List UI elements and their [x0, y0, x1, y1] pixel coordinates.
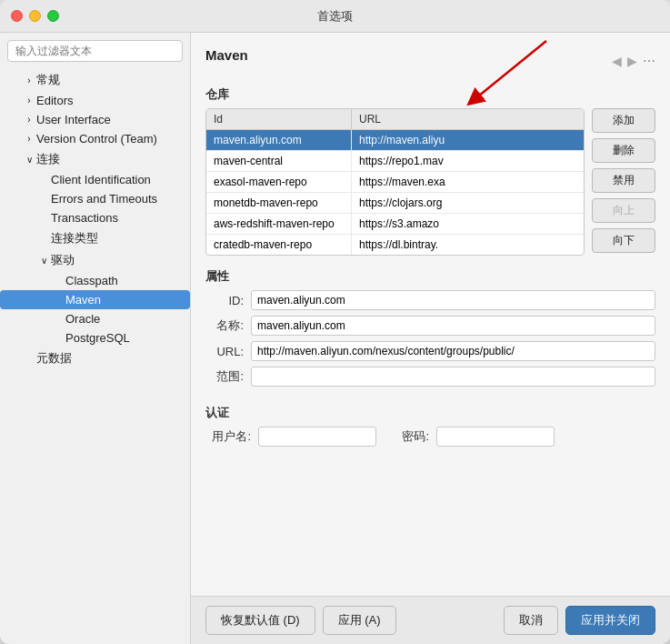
repository-table: Id URL maven.aliyun.com http://maven.ali…: [205, 108, 585, 256]
arrow-icon: ›: [22, 134, 36, 144]
cell-id: cratedb-maven-repo: [206, 235, 352, 255]
prop-url-input[interactable]: [251, 341, 655, 361]
col-id-header: Id: [206, 109, 352, 129]
sidebar: › 常规 › Editors › User Interface › Versio…: [0, 33, 191, 644]
sidebar-item-classpath[interactable]: Classpath: [0, 271, 190, 290]
arrow-icon: ›: [22, 96, 36, 106]
table-row[interactable]: monetdb-maven-repo https://clojars.org: [206, 193, 584, 214]
auth-password-input[interactable]: [436, 427, 555, 447]
cell-id: exasol-maven-repo: [206, 172, 352, 192]
cell-url: https://dl.bintray.: [352, 235, 584, 255]
prop-scope-row: 范围:: [205, 367, 655, 387]
sidebar-item-postgresql[interactable]: PostgreSQL: [0, 328, 190, 347]
left-buttons: 恢复默认值 (D) 应用 (A): [205, 606, 396, 635]
content-area: › 常规 › Editors › User Interface › Versio…: [0, 33, 670, 644]
auth-password-label: 密码:: [384, 428, 429, 445]
table-row[interactable]: maven.aliyun.com http://maven.aliyu: [206, 130, 584, 151]
table-action-buttons: 添加 删除 禁用 向上 向下: [592, 108, 655, 256]
table-row[interactable]: cratedb-maven-repo https://dl.bintray.: [206, 235, 584, 255]
down-button[interactable]: 向下: [592, 228, 655, 253]
cell-url: https://s3.amazo: [352, 214, 584, 234]
delete-button[interactable]: 删除: [592, 138, 655, 163]
auth-section: 认证 用户名: 密码:: [205, 405, 655, 447]
cell-url: https://maven.exa: [352, 172, 584, 192]
nav-forward-icon[interactable]: ▶: [627, 54, 637, 68]
table-row[interactable]: aws-redshift-maven-repo https://s3.amazo: [206, 214, 584, 235]
cell-id: maven-central: [206, 151, 352, 171]
maximize-button[interactable]: [47, 10, 59, 22]
sidebar-item-errors-timeouts[interactable]: Errors and Timeouts: [0, 189, 190, 208]
sidebar-item-metadata[interactable]: 元数据: [0, 347, 190, 369]
repository-section-title: 仓库: [205, 86, 655, 103]
sidebar-item-editors[interactable]: › Editors: [0, 91, 190, 110]
sidebar-item-driver[interactable]: ∨ 驱动: [0, 249, 190, 271]
table-row[interactable]: maven-central https://repo1.mav: [206, 151, 584, 172]
properties-section: 属性 ID: 名称: URL: 范围:: [205, 268, 655, 392]
table-body: maven.aliyun.com http://maven.aliyu mave…: [206, 130, 584, 255]
sidebar-item-version-control[interactable]: › Version Control (Team): [0, 129, 190, 148]
table-row[interactable]: exasol-maven-repo https://maven.exa: [206, 172, 584, 193]
prop-name-label: 名称:: [205, 317, 251, 334]
expand-arrow-icon: ∨: [22, 155, 36, 165]
auth-username-label: 用户名:: [205, 428, 251, 445]
cell-url: https://repo1.mav: [352, 151, 584, 171]
prop-id-input[interactable]: [251, 290, 655, 310]
preferences-window: 首选项 › 常规 › Editors › User Interface › Ve…: [0, 0, 670, 644]
sidebar-item-connection[interactable]: ∨ 连接: [0, 148, 190, 170]
sidebar-item-user-interface[interactable]: › User Interface: [0, 110, 190, 129]
apply-close-button[interactable]: 应用并关闭: [565, 606, 655, 635]
sidebar-item-client-id[interactable]: Client Identification: [0, 170, 190, 189]
panel-title: Maven: [205, 47, 248, 63]
prop-url-label: URL:: [205, 345, 251, 358]
main-panel: Maven ◀ ▶ ⋯ 仓库 Id URL: [191, 33, 670, 596]
cancel-button[interactable]: 取消: [504, 606, 558, 635]
sidebar-item-connection-type[interactable]: 连接类型: [0, 227, 190, 249]
table-header: Id URL: [206, 109, 584, 130]
nav-more-icon[interactable]: ⋯: [643, 54, 655, 68]
sidebar-item-transactions[interactable]: Transactions: [0, 208, 190, 227]
cell-url: http://maven.aliyu: [352, 130, 584, 150]
window-title: 首选项: [317, 8, 353, 25]
expand-arrow-icon: ∨: [36, 256, 51, 266]
prop-id-label: ID:: [205, 294, 251, 307]
prop-name-input[interactable]: [251, 316, 655, 336]
cell-id: maven.aliyun.com: [206, 130, 352, 150]
col-url-header: URL: [352, 109, 584, 129]
sidebar-item-maven[interactable]: Maven: [0, 290, 190, 309]
properties-section-title: 属性: [205, 268, 655, 285]
prop-scope-input[interactable]: [251, 367, 655, 387]
bottom-button-bar: 恢复默认值 (D) 应用 (A) 取消 应用并关闭: [191, 596, 670, 644]
cell-id: aws-redshift-maven-repo: [206, 214, 352, 234]
repository-table-section: Id URL maven.aliyun.com http://maven.ali…: [205, 108, 655, 256]
restore-defaults-button[interactable]: 恢复默认值 (D): [205, 606, 315, 635]
prop-id-row: ID:: [205, 290, 655, 310]
add-button[interactable]: 添加: [592, 108, 655, 133]
traffic-lights: [11, 10, 59, 22]
sidebar-item-oracle[interactable]: Oracle: [0, 309, 190, 328]
up-button[interactable]: 向上: [592, 198, 655, 223]
auth-username-input[interactable]: [258, 427, 376, 447]
titlebar: 首选项: [0, 0, 670, 33]
close-button[interactable]: [11, 10, 23, 22]
right-buttons: 取消 应用并关闭: [504, 606, 655, 635]
prop-url-row: URL:: [205, 341, 655, 361]
prop-scope-label: 范围:: [205, 368, 251, 385]
auth-section-title: 认证: [205, 405, 655, 421]
cell-url: https://clojars.org: [352, 193, 584, 213]
arrow-icon: ›: [22, 115, 36, 125]
search-input[interactable]: [7, 40, 183, 62]
disable-button[interactable]: 禁用: [592, 168, 655, 193]
arrow-icon: ›: [22, 75, 36, 86]
sidebar-item-normal[interactable]: › 常规: [0, 69, 190, 91]
prop-name-row: 名称:: [205, 316, 655, 336]
auth-row: 用户名: 密码:: [205, 427, 655, 447]
apply-button[interactable]: 应用 (A): [323, 606, 396, 635]
cell-id: monetdb-maven-repo: [206, 193, 352, 213]
nav-back-icon[interactable]: ◀: [612, 54, 622, 68]
minimize-button[interactable]: [29, 10, 41, 22]
